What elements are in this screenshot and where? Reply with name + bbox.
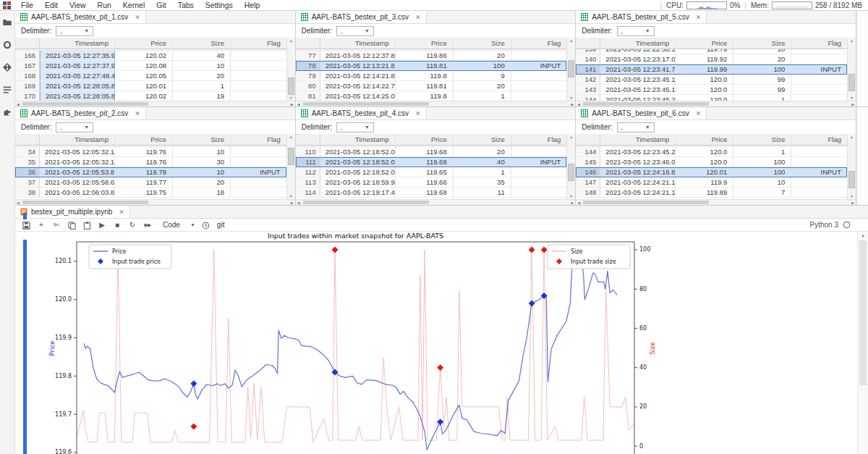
table-cell[interactable]: 113 (296, 177, 320, 187)
column-header[interactable]: Size (454, 134, 511, 145)
table-cell[interactable]: 18 (173, 188, 231, 197)
table-cell[interactable]: 119.8 (396, 91, 454, 101)
table-cell[interactable]: 112 (296, 167, 320, 177)
table-cell[interactable] (231, 147, 286, 156)
table-row[interactable]: 342021-03-05 12:05:32.165800119.7610 (15, 147, 286, 157)
scroll-up-icon[interactable]: ▲ (287, 134, 295, 140)
table-cell[interactable]: 99 (733, 75, 791, 84)
table-cell[interactable]: 120.01 (115, 81, 173, 91)
table-cell[interactable]: 2021-03-05 12:24:16.856500 (600, 167, 676, 177)
delimiter-dropdown[interactable]: ,▼ (56, 26, 93, 36)
restart-kernel-button[interactable]: ↻ (128, 219, 137, 231)
scroll-right-icon[interactable]: ▶ (851, 101, 854, 107)
extension-manager-icon[interactable] (2, 107, 12, 117)
table-cell[interactable]: 7 (733, 188, 791, 197)
table-row[interactable]: 1672021-03-05 12:27:37.942800120.0810 (15, 61, 286, 71)
stop-kernel-button[interactable]: ■ (113, 219, 122, 231)
scrollbar-thumb[interactable] (288, 148, 294, 165)
running-sessions-icon[interactable] (2, 40, 12, 50)
table-cell[interactable]: 120.01 (676, 167, 733, 177)
table-cell[interactable] (511, 91, 567, 101)
table-cell[interactable] (511, 51, 567, 60)
table-row[interactable]: 1692021-03-05 12:28:05.808600120.011 (15, 81, 286, 91)
table-cell[interactable] (231, 51, 286, 60)
tab-csv[interactable]: AAPL-BATS_bestex_pit_5.csv✕ (576, 11, 707, 23)
table-cell[interactable]: 119.68 (396, 188, 454, 197)
cut-cells-button[interactable]: ✄ (52, 219, 61, 231)
close-icon[interactable]: ✕ (696, 14, 702, 21)
table-row[interactable]: 1442021-03-05 12:23:45.214500120.01 (576, 95, 847, 101)
column-header[interactable]: Flag (791, 38, 847, 49)
scroll-left-icon[interactable]: ◀ (17, 101, 20, 107)
table-cell[interactable]: INPUT (511, 157, 567, 167)
file-browser-icon[interactable] (2, 17, 12, 28)
column-header[interactable] (15, 38, 40, 49)
horizontal-scrollbar[interactable]: ◀▶ (15, 101, 295, 106)
column-header[interactable]: Timestamp (40, 134, 115, 145)
table-cell[interactable] (511, 71, 567, 80)
table-cell[interactable]: 11 (454, 188, 511, 197)
git-toolbar-button[interactable]: git (217, 221, 225, 229)
scroll-down-icon[interactable]: ▼ (848, 95, 856, 101)
table-cell[interactable] (231, 157, 286, 167)
close-icon[interactable]: ✕ (415, 14, 421, 21)
scroll-up-icon[interactable]: ▲ (287, 38, 295, 43)
scroll-up-icon[interactable]: ▲ (567, 38, 575, 43)
table-cell[interactable]: 2021-03-05 12:28:05.808600 (40, 91, 115, 101)
active-cell-indicator[interactable] (23, 240, 27, 454)
table-cell[interactable]: 100 (733, 157, 791, 167)
scrollbar-thumb[interactable] (22, 102, 148, 106)
table-cell[interactable] (791, 75, 847, 84)
menu-settings[interactable]: Settings (200, 1, 239, 9)
table-cell[interactable]: 2021-03-05 12:23:17.069800 (600, 54, 676, 64)
table-cell[interactable] (791, 85, 847, 94)
column-header[interactable]: Price (676, 134, 733, 145)
table-cell[interactable]: 34 (15, 147, 40, 156)
table-cell[interactable]: 119.92 (676, 54, 733, 64)
table-row[interactable]: 1482021-03-05 12:24:21.180200119.897 (576, 188, 847, 198)
scroll-up-icon[interactable]: ▲ (567, 134, 575, 140)
table-cell[interactable] (231, 177, 286, 187)
table-cell[interactable]: 120.0 (676, 95, 733, 101)
column-header[interactable]: Size (454, 38, 511, 49)
scroll-down-icon[interactable]: ▼ (567, 193, 575, 199)
table-cell[interactable]: 10 (733, 49, 791, 54)
table-cell[interactable]: 2021-03-05 12:23:41.741800 (600, 64, 676, 74)
scrollbar-thumb[interactable] (568, 60, 574, 77)
table-cell[interactable]: 2021-03-05 12:22:56.196000 (600, 49, 676, 54)
table-row[interactable]: 1142021-03-05 12:19:17.438600119.6811 (296, 188, 567, 198)
table-cell[interactable]: 19 (173, 91, 231, 101)
table-row[interactable]: 1472021-03-05 12:24:21.160200119.910 (576, 177, 847, 188)
table-cell[interactable]: 35 (454, 177, 511, 187)
tab-csv[interactable]: AAPL-BATS_bestex_pit_1.csv✕ (15, 11, 146, 23)
scroll-down-icon[interactable]: ▼ (567, 95, 575, 101)
table-row[interactable]: 372021-03-05 12:05:58.619500119.7720 (15, 177, 286, 188)
table-cell[interactable]: 119.68 (396, 147, 454, 156)
scrollbar-thumb[interactable] (303, 102, 429, 106)
table-cell[interactable]: 78 (296, 61, 320, 70)
table-cell[interactable]: 2021-03-05 12:24:21.180200 (600, 188, 676, 197)
table-cell[interactable] (511, 167, 567, 177)
table-cell[interactable]: 2021-03-05 12:23:45.214500 (600, 95, 676, 101)
vertical-scrollbar[interactable]: ▲▼ (847, 134, 856, 199)
table-cell[interactable]: 9 (454, 71, 511, 80)
table-cell[interactable]: 35 (15, 157, 40, 167)
table-row[interactable]: 1702021-03-05 12:28:05.808600120.0219 (15, 91, 286, 101)
tab-csv[interactable]: AAPL-BATS_bestex_pit_2.csv✕ (15, 107, 146, 119)
table-cell[interactable] (511, 81, 567, 91)
table-cell[interactable] (791, 157, 847, 167)
table-cell[interactable]: 139 (576, 49, 600, 54)
table-cell[interactable]: 119.65 (396, 167, 454, 177)
table-cell[interactable]: 2021-03-05 12:05:53.830500 (40, 167, 115, 177)
table-cell[interactable]: 119.77 (115, 177, 173, 187)
table-row[interactable]: 1102021-03-05 12:18:52.064700119.6820 (296, 147, 567, 157)
table-cell[interactable]: 100 (733, 167, 791, 177)
table-cell[interactable]: 166 (15, 51, 40, 60)
column-header[interactable] (296, 38, 320, 49)
table-cell[interactable]: 38 (15, 188, 40, 197)
table-cell[interactable]: 110 (296, 147, 320, 156)
copy-cells-button[interactable] (67, 220, 76, 230)
table-cell[interactable]: 119.86 (396, 51, 454, 60)
horizontal-scrollbar[interactable]: ◀▶ (15, 199, 295, 205)
table-cell[interactable]: 2021-03-05 12:27:35.987000 (40, 51, 115, 60)
